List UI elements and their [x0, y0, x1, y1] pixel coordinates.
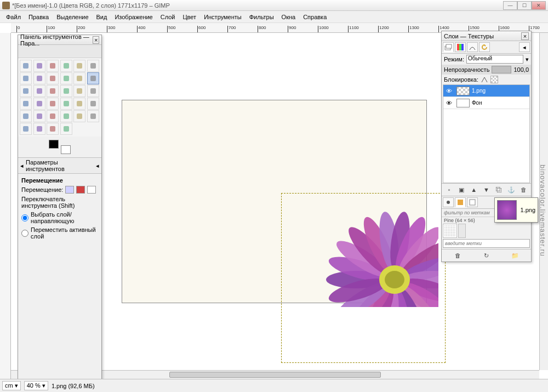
color-select-tool[interactable]	[73, 60, 85, 72]
tab-gradients-icon[interactable]	[467, 197, 478, 207]
texture-swatch-30[interactable]	[448, 232, 449, 233]
foreground-select-tool[interactable]	[20, 72, 32, 84]
texture-swatch-8[interactable]	[446, 227, 447, 228]
texture-swatch-32[interactable]	[451, 232, 452, 233]
scissors-tool[interactable]	[87, 60, 99, 72]
texture-swatch-36[interactable]	[446, 234, 447, 235]
shear-tool[interactable]	[73, 85, 85, 97]
crop-tool[interactable]	[33, 85, 45, 97]
menu-слой[interactable]: Слой	[157, 13, 179, 21]
texture-swatch-41[interactable]	[454, 234, 455, 235]
texture-swatch-3[interactable]	[449, 225, 450, 226]
tab-layers-icon[interactable]	[443, 42, 454, 52]
layer-up-icon[interactable]: ▲	[470, 185, 478, 194]
flip-tool[interactable]	[20, 98, 32, 110]
layer-down-icon[interactable]: ▼	[482, 185, 490, 194]
lock-pixels-icon[interactable]	[481, 76, 488, 83]
unit-selector[interactable]: cm ▾	[2, 381, 21, 390]
mode-select[interactable]: Обычный	[466, 55, 523, 64]
texture-swatch-15[interactable]	[446, 229, 447, 230]
texture-swatch-17[interactable]	[449, 229, 450, 230]
texture-swatch-4[interactable]	[451, 225, 452, 226]
texture-swatch-9[interactable]	[448, 227, 449, 228]
eraser-tool[interactable]	[33, 110, 45, 122]
bucket-fill-tool[interactable]	[60, 98, 72, 110]
texture-swatch-10[interactable]	[449, 227, 450, 228]
texture-swatch-0[interactable]	[444, 225, 446, 226]
layers-close-icon[interactable]: ×	[521, 32, 529, 40]
delete-texture-icon[interactable]: 🗑	[453, 251, 462, 260]
texture-swatch-2[interactable]	[448, 225, 449, 226]
background-color[interactable]	[61, 145, 71, 154]
texture-swatch-12[interactable]	[453, 227, 454, 228]
lock-alpha-icon[interactable]	[490, 76, 498, 83]
texture-swatch-1[interactable]	[446, 225, 447, 226]
blend-tool[interactable]	[73, 98, 85, 110]
move-tool[interactable]	[87, 72, 99, 84]
tab-undo-icon[interactable]	[479, 42, 490, 52]
visibility-icon[interactable]: 👁	[443, 100, 454, 106]
texture-swatch-24[interactable]	[449, 230, 450, 231]
texture-swatch-40[interactable]	[453, 234, 454, 235]
ellipse-select-tool[interactable]	[33, 60, 45, 72]
radio-move-active[interactable]	[21, 230, 28, 237]
layer-1.png[interactable]: 👁1.png	[443, 85, 529, 97]
airbrush-tool[interactable]	[47, 110, 59, 122]
texture-swatch-21[interactable]	[444, 230, 446, 231]
cage-tool[interactable]	[33, 98, 45, 110]
zoom-tool[interactable]	[60, 72, 72, 84]
texture-swatch-43[interactable]	[446, 235, 447, 236]
menu-инструменты[interactable]: Инструменты	[200, 13, 246, 21]
duplicate-layer-icon[interactable]: ⿻	[494, 185, 503, 194]
tab-patterns-icon[interactable]	[455, 197, 466, 207]
fuzzy-select-tool[interactable]	[60, 60, 72, 72]
move-mode-layer-icon[interactable]	[65, 186, 74, 194]
texture-swatch-35[interactable]	[444, 234, 446, 235]
perspective-tool[interactable]	[87, 85, 99, 97]
texture-swatch-31[interactable]	[449, 232, 450, 233]
rect-select-tool[interactable]	[20, 60, 32, 72]
texture-swatch-29[interactable]	[446, 232, 447, 233]
tab-menu-icon[interactable]: ◂	[519, 42, 530, 52]
blur-tool[interactable]	[33, 123, 45, 135]
heal-tool[interactable]	[87, 110, 99, 122]
dodge-tool[interactable]	[60, 123, 72, 135]
text-tool[interactable]	[47, 98, 59, 110]
move-mode-selection-icon[interactable]	[76, 186, 85, 194]
perspective-clone-tool[interactable]	[20, 123, 32, 135]
measure-tool[interactable]	[73, 72, 85, 84]
menu-справка[interactable]: Справка	[299, 13, 330, 21]
foreground-color[interactable]	[49, 140, 59, 149]
color-picker-tool[interactable]	[47, 72, 59, 84]
texture-swatch-7[interactable]	[444, 227, 446, 228]
texture-swatch-47[interactable]	[453, 235, 454, 236]
tab-brushes-icon[interactable]	[443, 197, 454, 207]
menu-правка[interactable]: Правка	[25, 13, 53, 21]
texture-swatch-27[interactable]	[454, 230, 455, 231]
paths-tool[interactable]	[33, 72, 45, 84]
layer-group-icon[interactable]: ▣	[457, 185, 466, 194]
texture-swatch-38[interactable]	[449, 234, 450, 235]
close-button[interactable]: ✕	[532, 1, 546, 10]
tool-options-header[interactable]: ◂Параметры инструментов◂	[18, 157, 101, 174]
texture-swatch-22[interactable]	[446, 230, 447, 231]
toolbox-close-icon[interactable]: ×	[93, 36, 99, 44]
rotate-tool[interactable]	[47, 85, 59, 97]
texture-swatch-25[interactable]	[451, 230, 452, 231]
texture-swatch-46[interactable]	[451, 235, 452, 236]
mode-dropdown-icon[interactable]: ▾	[526, 56, 529, 63]
pencil-tool[interactable]	[87, 98, 99, 110]
texture-swatch-19[interactable]	[453, 229, 454, 230]
zoom-level[interactable]: 40 % ▾	[24, 381, 48, 390]
texture-swatch-26[interactable]	[453, 230, 454, 231]
menu-фильтры[interactable]: Фильтры	[246, 13, 278, 21]
tab-channels-icon[interactable]	[455, 42, 466, 52]
texture-swatch-39[interactable]	[451, 234, 452, 235]
texture-swatch-44[interactable]	[448, 235, 449, 236]
visibility-icon[interactable]: 👁	[443, 88, 454, 94]
menu-выделение[interactable]: Выделение	[53, 13, 92, 21]
delete-layer-icon[interactable]: 🗑	[520, 185, 528, 194]
texture-swatch-33[interactable]	[453, 232, 454, 233]
texture-swatch-37[interactable]	[448, 234, 449, 235]
texture-swatch-42[interactable]	[444, 235, 446, 236]
